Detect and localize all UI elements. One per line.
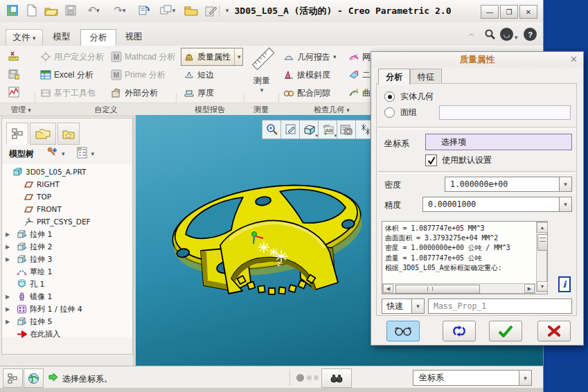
prime-analysis-button[interactable]: M Prime 分析 [111, 67, 166, 82]
mass-properties-dropdown[interactable]: ▾ [234, 48, 241, 65]
send-model-button[interactable] [202, 3, 219, 18]
expand-arrow-icon[interactable]: ▶ [6, 256, 12, 262]
community-dropdown-icon[interactable]: ▾ [515, 32, 518, 42]
tree-item-right-plane[interactable]: RIGHT [2, 178, 132, 190]
open-file-button[interactable] [43, 3, 60, 18]
scroll-left-icon[interactable]: ◀ [383, 284, 393, 293]
scroll-down-icon[interactable]: ▼ [537, 281, 548, 292]
saved-views-button[interactable]: ▾ [299, 120, 319, 139]
tree-item-extrude2[interactable]: ▶ 拉伸 2 [2, 240, 132, 253]
search-model-button[interactable] [321, 368, 352, 388]
results-vscrollbar[interactable]: ▲ ▼ [536, 222, 547, 292]
external-analysis-button[interactable]: 外部分析 [111, 85, 158, 100]
draft-analysis-button[interactable]: 拔模斜度 [283, 67, 330, 82]
short-edge-button[interactable]: 短边 [184, 67, 214, 82]
tree-tools-dropdown[interactable]: ▾ [62, 150, 65, 157]
redo-button[interactable]: ↷▾ [108, 3, 132, 18]
save-analysis-button[interactable] [8, 66, 19, 82]
model-tree-tab[interactable] [6, 123, 28, 145]
tree-item-extrude5[interactable]: ▶ 拉伸 5 [2, 315, 132, 328]
tree-item-extrude3[interactable]: ▶ 拉伸 3 [2, 253, 132, 265]
save-button[interactable] [62, 3, 79, 18]
saved-analyses-button[interactable] [8, 48, 19, 64]
collapse-ribbon-icon[interactable]: ︿ [468, 29, 475, 39]
tab-file[interactable]: 文件 ▾ [6, 29, 43, 46]
toolkit-based-button[interactable]: 基于工具包 [40, 85, 96, 100]
solid-geometry-radio[interactable]: 实体几何 [384, 91, 434, 103]
expand-arrow-icon[interactable]: ▶ [6, 319, 12, 325]
geometry-report-button[interactable]: 几何报告▾ [283, 49, 337, 64]
preview-button[interactable] [386, 321, 420, 341]
regenerate-button[interactable] [136, 3, 152, 18]
use-default-checkbox[interactable]: 使用默认设置 [425, 154, 492, 166]
folder-browser-tab[interactable] [30, 123, 56, 145]
tree-item-mirror1[interactable]: ▶ 镜像 1 [2, 290, 132, 303]
favorites-tab[interactable] [57, 123, 80, 145]
close-window-button[interactable] [183, 3, 199, 18]
group-manage[interactable]: 管理 ▾ [4, 105, 37, 115]
mass-properties-button[interactable]: KG 质量属性 ▾ [181, 48, 243, 66]
accuracy-combo[interactable]: 0.00001000 ▾ [422, 197, 572, 212]
view-manager-button[interactable] [337, 120, 357, 139]
tree-item-hole1[interactable]: 孔 1 [2, 278, 132, 290]
3d-model-part[interactable]: 2 [166, 181, 367, 303]
quilt-radio[interactable]: 面组 [384, 107, 417, 118]
hscroll-thumb[interactable] [395, 285, 480, 294]
tree-item-sketch1[interactable]: 草绘 1 [2, 265, 132, 278]
filter-dropdown-icon[interactable]: ▾ [519, 371, 531, 385]
tree-tools-icon[interactable] [46, 147, 60, 161]
clearance-button[interactable]: 配合间隙 [283, 85, 330, 100]
quick-dropdown-icon[interactable]: ▾ [411, 299, 424, 313]
density-dropdown-icon[interactable]: ▾ [559, 177, 571, 191]
search-icon[interactable] [483, 28, 497, 41]
annotations-button[interactable]: AB▾ [318, 120, 338, 139]
tree-item-extrude1[interactable]: ▶ 拉伸 1 [2, 228, 132, 240]
dialog-title-bar[interactable]: 质量属性 ✕ [371, 52, 583, 67]
user-defined-analysis-button[interactable]: 用户定义分析 [40, 49, 104, 64]
tree-settings-icon[interactable] [76, 147, 89, 161]
web-browser-toggle-button[interactable] [24, 368, 44, 388]
dialog-tab-analysis[interactable]: 分析 [378, 69, 410, 85]
repeat-button[interactable] [443, 321, 476, 341]
refit-button[interactable] [280, 120, 301, 139]
close-button[interactable]: ✕ [519, 5, 537, 19]
tree-item-front-plane[interactable]: FRONT [2, 203, 132, 215]
new-file-button[interactable] [24, 3, 40, 18]
selection-filter-combo[interactable]: 坐标系 ▾ [413, 370, 532, 386]
excel-analysis-button[interactable]: Excel 分析 [40, 67, 93, 82]
accuracy-dropdown-icon[interactable]: ▾ [559, 197, 571, 211]
navigator-toggle-button[interactable] [3, 368, 23, 388]
scroll-up-icon[interactable]: ▲ [537, 222, 548, 233]
tree-item-insert-here[interactable]: 在此插入 [2, 328, 132, 340]
quick-combo[interactable]: 快速 ▾ [382, 299, 425, 314]
tab-model[interactable]: 模型 [46, 29, 78, 45]
info-icon[interactable]: i [558, 276, 571, 292]
restore-button[interactable]: ❐ [500, 5, 518, 19]
scroll-right-icon[interactable]: ▶ [524, 284, 535, 293]
app-logo-icon[interactable] [4, 3, 21, 18]
tree-settings-dropdown[interactable]: ▾ [91, 150, 95, 157]
expand-arrow-icon[interactable]: ▶ [6, 294, 12, 300]
quilt-collector-field[interactable] [439, 105, 571, 120]
tree-item-part[interactable]: 3D05_L05_A.PRT [2, 166, 132, 178]
mathcad-analysis-button[interactable]: M Mathcad 分析 [111, 49, 175, 64]
zoom-in-button[interactable] [262, 120, 282, 139]
tree-item-csys[interactable]: PRT_CSYS_DEF [2, 215, 132, 228]
community-icon[interactable]: ◡ [500, 28, 513, 41]
vscroll-thumb[interactable] [537, 234, 548, 251]
cancel-button[interactable] [537, 321, 571, 341]
expand-arrow-icon[interactable]: ▶ [6, 306, 12, 312]
tree-item-pattern1[interactable]: ▶ 阵列 1 / 拉伸 4 [2, 303, 132, 315]
results-box[interactable]: 体积 = 1.0877747e+05 MM^3 曲面面积 = 3.3793275… [382, 221, 548, 294]
expand-arrow-icon[interactable]: ▶ [6, 244, 12, 250]
thickness-button[interactable]: 厚度 [184, 85, 214, 100]
expand-arrow-icon[interactable]: ▶ [6, 231, 12, 238]
density-combo[interactable]: 1.000000e+00 ▾ [445, 177, 572, 192]
group-check-geometry[interactable]: 检查几何 ▾ [280, 105, 384, 115]
tab-analysis[interactable]: 分析 [80, 29, 116, 46]
results-hscrollbar[interactable]: ◀ ▶ [382, 283, 535, 294]
window-switch-button[interactable]: ▾ [155, 3, 180, 18]
analysis-graph-button[interactable] [8, 84, 19, 100]
csys-selection-field[interactable]: 选择项 [425, 134, 572, 150]
tab-view[interactable]: 视图 [118, 29, 150, 45]
